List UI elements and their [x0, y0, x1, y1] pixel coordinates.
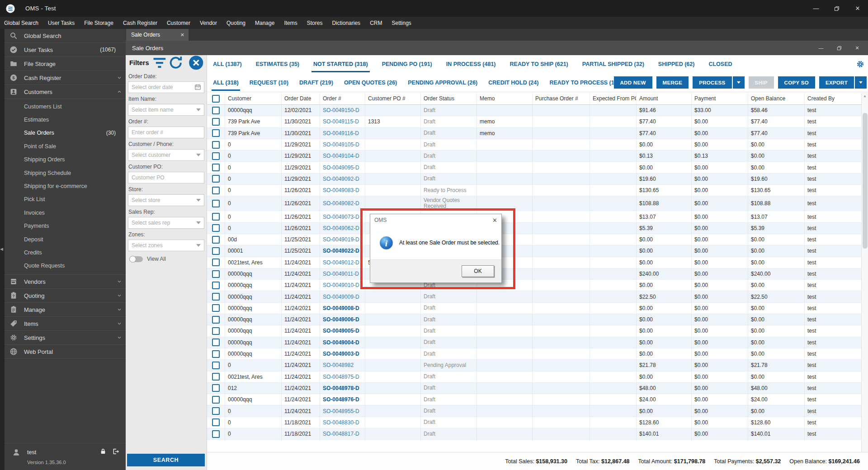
- order-link[interactable]: SO-0048955-D: [320, 405, 365, 416]
- table-row[interactable]: 739 Park Ave11/30/2021SO-0049116-DDraftm…: [207, 128, 861, 139]
- menu-item-file-storage[interactable]: File Storage: [84, 20, 113, 26]
- window-close-icon[interactable]: ✕: [847, 0, 868, 17]
- row-checkbox[interactable]: [212, 141, 220, 149]
- panel-close-icon[interactable]: ✕: [848, 41, 866, 55]
- tab-partial-shipped-32[interactable]: PARTIAL SHIPPED (32): [582, 55, 644, 73]
- merge-button[interactable]: MERGE: [656, 76, 689, 89]
- ship-button[interactable]: SHIP: [749, 76, 774, 89]
- row-checkbox[interactable]: [212, 270, 220, 278]
- order-number-link[interactable]: SO-0049008-D: [323, 305, 359, 311]
- sidebar-item-shipping-schedule[interactable]: Shipping Schedule: [5, 166, 126, 179]
- menu-item-user-tasks[interactable]: User Tasks: [48, 20, 75, 26]
- column-header-open-balance[interactable]: Open Balance: [748, 93, 805, 104]
- scrollbar-up-icon[interactable]: ▲: [863, 94, 867, 98]
- row-checkbox[interactable]: [212, 236, 220, 244]
- tab-pending-po-191[interactable]: PENDING PO (191): [382, 55, 432, 73]
- sidebar-item-global-search[interactable]: Global Search: [5, 29, 126, 43]
- menu-item-global-search[interactable]: Global Search: [4, 20, 38, 26]
- order-link[interactable]: SO-0048976-D: [320, 394, 365, 405]
- menu-item-dictionaries[interactable]: Dictionaries: [332, 20, 360, 26]
- sidebar-item-credits[interactable]: Credits: [5, 246, 126, 259]
- sidebar-collapse-icon[interactable]: ◀: [0, 247, 3, 251]
- lock-icon[interactable]: [99, 448, 107, 457]
- menu-item-settings[interactable]: Settings: [392, 20, 411, 26]
- order-link[interactable]: SO-0049150-D: [320, 105, 365, 116]
- order-link[interactable]: SO-0049116-D: [320, 128, 365, 139]
- order-link[interactable]: SO-0049004-D: [320, 337, 365, 348]
- dropdown-caret-icon[interactable]: [196, 154, 201, 156]
- row-checkbox[interactable]: [212, 373, 220, 381]
- row-checkbox[interactable]: [212, 350, 220, 358]
- order-number-link[interactable]: SO-0049062-D: [323, 225, 359, 231]
- subtab-draft-219[interactable]: DRAFT (219): [299, 73, 333, 92]
- row-checkbox[interactable]: [212, 187, 220, 194]
- sidebar-item-point-of-sale[interactable]: Point of Sale: [5, 140, 126, 153]
- order-number-link[interactable]: SO-0048976-D: [323, 396, 359, 403]
- table-row[interactable]: 00000qqq11/24/2021SO-0049003-DDraft$0.00…: [207, 348, 861, 360]
- menu-item-stores[interactable]: Stores: [307, 20, 323, 26]
- row-checkbox[interactable]: [212, 213, 220, 221]
- subtab-request-10[interactable]: REQUEST (10): [250, 73, 288, 92]
- row-checkbox[interactable]: [212, 164, 220, 171]
- subtab-open-quotes-26[interactable]: OPEN QUOTES (26): [344, 73, 397, 92]
- sidebar-item-payments[interactable]: Payments: [5, 220, 126, 233]
- subtab-credit-hold-24[interactable]: CREDIT HOLD (24): [488, 73, 538, 92]
- sidebar-item-manage[interactable]: Manage: [5, 303, 126, 317]
- sidebar-item-file-storage[interactable]: File Storage: [5, 57, 126, 71]
- panel-restore-icon[interactable]: [830, 41, 848, 55]
- table-row[interactable]: 011/26/2021SO-0049073-DPending Vendor$13…: [207, 211, 861, 222]
- order-number-link[interactable]: SO-0049092-D: [323, 176, 359, 182]
- table-row[interactable]: 011/29/2021SO-0049095-DDraft$0.00$0.00$0…: [207, 162, 861, 173]
- order-number-link[interactable]: SO-0049105-D: [323, 141, 359, 148]
- sidebar-item-shipping-orders[interactable]: Shipping Orders: [5, 153, 126, 166]
- order-link[interactable]: SO-0049010-D: [320, 280, 365, 291]
- table-row[interactable]: 0021test, Ares11/24/2021SO-0048975-DDraf…: [207, 371, 861, 383]
- tab-closed[interactable]: CLOSED: [708, 55, 732, 73]
- window-minimize-icon[interactable]: —: [806, 0, 826, 17]
- row-checkbox[interactable]: [212, 396, 220, 404]
- sidebar-item-vendors[interactable]: Vendors: [5, 275, 126, 289]
- menu-item-items[interactable]: Items: [284, 20, 297, 26]
- column-header-payment[interactable]: Payment: [692, 93, 748, 104]
- order-link[interactable]: SO-0049105-D: [320, 139, 365, 150]
- tab-in-process-481[interactable]: IN PROCESS (481): [446, 55, 496, 73]
- tab-not-started-318[interactable]: NOT STARTED (318): [313, 55, 368, 73]
- sidebar-item-cash-register[interactable]: $Cash Register: [5, 71, 126, 85]
- order-link[interactable]: SO-0049022-D: [320, 245, 365, 256]
- order-link[interactable]: SO-0049009-D: [320, 291, 365, 302]
- dropdown-caret-icon[interactable]: [196, 244, 201, 247]
- sidebar-item-customers[interactable]: Customers: [5, 85, 126, 99]
- sidebar-item-user-tasks[interactable]: User Tasks(1067): [5, 43, 126, 57]
- order-link[interactable]: SO-0048978-D: [320, 383, 365, 394]
- row-checkbox[interactable]: [212, 258, 220, 266]
- order-number-link[interactable]: SO-0048817-D: [323, 431, 359, 437]
- sidebar-item-invoices[interactable]: Invoices: [5, 206, 126, 219]
- order-number-link[interactable]: SO-0049082-D: [323, 200, 359, 207]
- order-number-link[interactable]: SO-0049003-D: [323, 351, 359, 357]
- vertical-scrollbar[interactable]: ▲: [861, 93, 868, 452]
- filters-refresh-icon[interactable]: [168, 55, 184, 71]
- row-checkbox[interactable]: [212, 200, 220, 207]
- order-link[interactable]: SO-0049092-D: [320, 174, 365, 184]
- order-number-link[interactable]: SO-0049104-D: [323, 153, 359, 159]
- table-row[interactable]: 011/18/2021SO-0048817-DDraft$140.01$0.00…: [207, 428, 861, 440]
- logout-icon[interactable]: [112, 448, 119, 457]
- order-number-link[interactable]: SO-0048975-D: [323, 374, 359, 380]
- sidebar-item-web-portal[interactable]: Web Portal: [5, 345, 126, 359]
- order-link[interactable]: SO-0049003-D: [320, 348, 365, 359]
- menu-item-crm[interactable]: CRM: [370, 20, 382, 26]
- export-button[interactable]: EXPORT: [819, 76, 854, 89]
- row-checkbox[interactable]: [212, 282, 220, 289]
- row-checkbox[interactable]: [212, 293, 220, 301]
- table-row[interactable]: 011/26/2021SO-0049082-DVendor Quotes Rec…: [207, 196, 861, 211]
- order-number-link[interactable]: SO-0049004-D: [323, 339, 359, 346]
- table-row[interactable]: 011/26/2021SO-0049062-D$5.39$0.00$5.39te…: [207, 223, 861, 234]
- table-row[interactable]: [207, 440, 861, 441]
- column-header-order-date[interactable]: Order Date: [282, 93, 320, 104]
- order-link[interactable]: SO-0049115-D: [320, 116, 365, 127]
- filter-input-sales-rep[interactable]: [128, 217, 204, 229]
- sidebar-item-sale-orders[interactable]: Sale Orders(30): [5, 127, 126, 140]
- row-checkbox[interactable]: [212, 384, 220, 392]
- table-row[interactable]: 011/18/2021SO-0048830-DDraft$128.60$0.00…: [207, 417, 861, 428]
- order-number-link[interactable]: SO-0049095-D: [323, 164, 359, 171]
